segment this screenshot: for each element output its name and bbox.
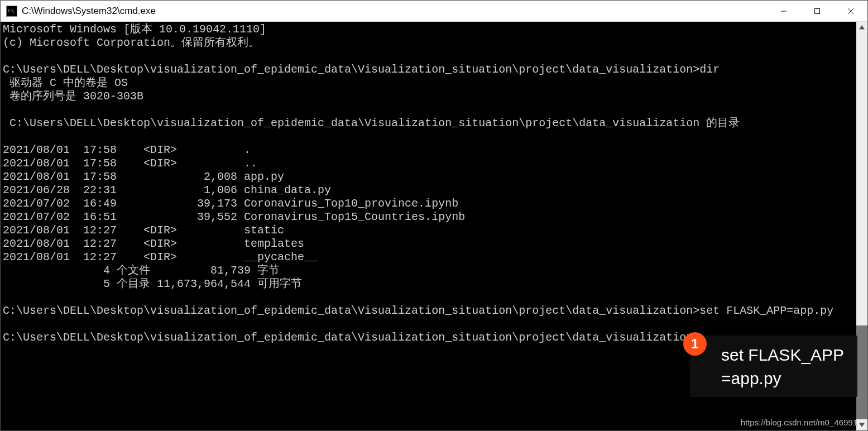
minimize-button[interactable] [767, 1, 800, 21]
terminal-area: Microsoft Windows [版本 10.0.19042.1110] (… [1, 22, 867, 430]
maximize-button[interactable] [800, 1, 834, 21]
annotation-line2: =app.py [721, 367, 845, 390]
annotation-callout: 1 set FLASK_APP =app.py [690, 336, 857, 397]
svg-rect-1 [815, 8, 820, 13]
maximize-icon [813, 7, 821, 15]
minimize-icon [780, 7, 788, 15]
window-controls [767, 1, 867, 21]
cmd-window: C:\. C:\Windows\System32\cmd.exe Microso… [0, 0, 868, 431]
scroll-up-button[interactable] [856, 22, 867, 33]
cmd-icon: C:\. [6, 6, 17, 17]
window-title: C:\Windows\System32\cmd.exe [22, 6, 156, 17]
cmd-icon-text: C:\. [8, 9, 16, 13]
watermark-text: https://blog.csdn.net/m0_46991 [741, 418, 857, 427]
scroll-down-button[interactable] [856, 419, 867, 430]
close-button[interactable] [834, 1, 867, 21]
chevron-up-icon [859, 25, 865, 30]
svg-marker-5 [860, 423, 864, 427]
chevron-down-icon [859, 422, 865, 428]
svg-marker-4 [860, 26, 864, 29]
scroll-thumb[interactable] [856, 325, 867, 420]
titlebar[interactable]: C:\. C:\Windows\System32\cmd.exe [1, 1, 867, 22]
vertical-scrollbar[interactable] [856, 22, 867, 430]
annotation-line1: set FLASK_APP [721, 343, 845, 367]
close-icon [847, 7, 855, 15]
annotation-number-badge: 1 [683, 332, 707, 356]
